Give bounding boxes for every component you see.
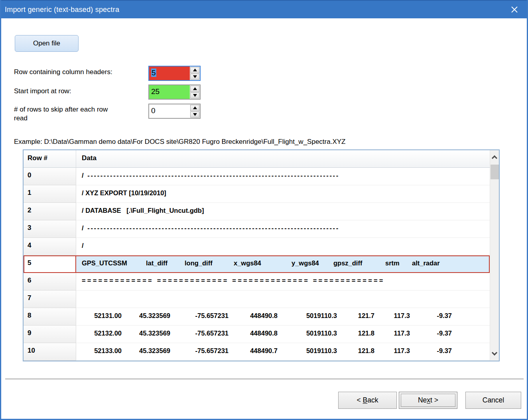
column-header-data: Data (76, 150, 490, 167)
row-number-cell: 4 (24, 238, 76, 255)
header-row-value[interactable]: 5 (149, 67, 190, 80)
example-path-text: Example: D:\Data\Gamman demo data\For DO… (14, 138, 345, 146)
skip-rows-spinbox[interactable]: 0 (148, 104, 201, 119)
row-data-cell[interactable]: / XYZ EXPORT [10/19/2010] (76, 185, 490, 203)
row-number-cell: 5 (24, 255, 76, 273)
row-number-cell: 0 (24, 168, 76, 185)
data-value-token: 45.323569 (122, 347, 170, 355)
back-label: < Back (357, 396, 378, 404)
row-number-cell: 8 (24, 308, 76, 326)
spin-up-icon (193, 87, 197, 90)
data-value-token: 121.7 (337, 312, 374, 320)
table-row[interactable]: 6============= ============= ===========… (24, 273, 490, 290)
column-name-token: gpsz_diff (333, 259, 385, 267)
table-row[interactable]: 5GPS_UTCSSMlat_difflong_diffx_wgs84y_wgs… (24, 255, 490, 273)
data-value-token: -9.37 (410, 347, 452, 355)
spin-down-button[interactable] (190, 112, 199, 118)
data-value-token: 5019110.3 (278, 347, 337, 355)
next-button[interactable]: Next > (399, 392, 457, 409)
row-data-cell[interactable]: / DATABASE [.\Full_Flight_Uncut.gdb] (76, 203, 490, 220)
header-row-spinbox[interactable]: 5 (148, 66, 201, 81)
focus-ring (401, 394, 455, 407)
data-value-token: 117.3 (374, 347, 410, 355)
row-number-cell: 6 (24, 273, 76, 290)
row-number-cell: 9 (24, 326, 76, 343)
vertical-scrollbar[interactable] (490, 150, 499, 361)
spin-up-button[interactable] (190, 86, 199, 92)
start-import-label: Start import at row: (14, 87, 138, 96)
table-row[interactable]: 1/ XYZ EXPORT [10/19/2010] (24, 185, 490, 203)
header-row-label: Row containing column headers: (14, 68, 138, 77)
start-import-value[interactable]: 25 (149, 85, 190, 99)
data-value-token: -75.657231 (170, 330, 229, 337)
cancel-button[interactable]: Cancel (465, 392, 521, 409)
column-name-token: x_wgs84 (234, 259, 292, 267)
data-value-token: 45.323569 (122, 312, 170, 320)
table-row[interactable]: 3/ -------------------------------------… (24, 220, 490, 238)
spin-down-icon (193, 75, 197, 78)
column-name-token: y_wgs84 (292, 259, 333, 267)
row-data-cell[interactable]: ============= ============= ============… (76, 273, 490, 290)
column-header-rownum: Row # (24, 150, 76, 167)
table-row[interactable]: 2/ DATABASE [.\Full_Flight_Uncut.gdb] (24, 203, 490, 220)
data-value-token: 52131.00 (82, 312, 122, 320)
cancel-label: Cancel (483, 396, 504, 404)
column-name-token: srtm (385, 259, 412, 267)
row-data-cell[interactable]: / --------------------------------------… (76, 168, 490, 185)
table-row[interactable]: 952132.0045.323569-75.657231448490.85019… (24, 326, 490, 343)
data-value-token: 117.3 (374, 330, 410, 337)
import-spectra-dialog: Import generic (text-based) spectra Open… (0, 0, 528, 420)
data-value-token: -75.657231 (170, 347, 229, 355)
table-row[interactable]: 4/ (24, 238, 490, 255)
scroll-up-button[interactable] (490, 150, 499, 164)
chevron-up-icon (492, 155, 497, 161)
table-row[interactable]: 7 (24, 290, 490, 308)
row-data-cell[interactable]: / --------------------------------------… (76, 220, 490, 238)
dialog-title: Import generic (text-based) spectra (0, 6, 119, 14)
data-value-token: 448490.8 (229, 312, 278, 320)
data-value-token: 121.8 (337, 347, 374, 355)
skip-rows-value[interactable]: 0 (149, 104, 190, 118)
scrollbar-thumb[interactable] (491, 165, 499, 179)
open-file-button[interactable]: Open file (15, 35, 79, 52)
data-value-token: 5019110.3 (278, 312, 337, 320)
row-data-cell[interactable]: GPS_UTCSSMlat_difflong_diffx_wgs84y_wgs8… (76, 255, 490, 273)
start-import-spinbox[interactable]: 25 (148, 84, 201, 100)
column-name-token: alt_radar (412, 259, 440, 267)
spin-down-button[interactable] (190, 74, 199, 80)
spin-up-button[interactable] (190, 67, 199, 73)
column-name-token: lat_diff (146, 259, 185, 267)
title-bar[interactable]: Import generic (text-based) spectra (0, 0, 528, 18)
file-preview-table: Row # Data 0/ --------------------------… (23, 149, 500, 361)
data-value-token: -75.657231 (170, 312, 229, 320)
scroll-down-button[interactable] (490, 347, 499, 361)
table-body: 0/ -------------------------------------… (24, 168, 490, 361)
close-icon[interactable] (504, 1, 525, 18)
data-value-token: 121.8 (337, 330, 374, 337)
row-number-cell: 1 (24, 185, 76, 203)
back-button[interactable]: < Back (338, 392, 397, 409)
row-data-cell[interactable]: 52132.0045.323569-75.657231448490.850191… (76, 326, 490, 343)
selected-text: 5 (151, 69, 156, 77)
bottom-separator (5, 379, 524, 380)
spin-down-icon (193, 94, 197, 97)
data-value-token: 448490.7 (229, 347, 278, 355)
row-data-cell[interactable]: 52131.0045.323569-75.657231448490.850191… (76, 308, 490, 326)
table-row[interactable]: 852131.0045.323569-75.657231448490.85019… (24, 308, 490, 326)
table-row[interactable]: 1052133.0045.323569-75.657231448490.7501… (24, 343, 490, 361)
row-number-cell: 10 (24, 343, 76, 361)
open-file-label: Open file (33, 39, 60, 47)
row-data-cell[interactable]: 52133.0045.323569-75.657231448490.750191… (76, 343, 490, 361)
row-data-cell[interactable] (76, 290, 490, 308)
table-row[interactable]: 0/ -------------------------------------… (24, 168, 490, 185)
row-number-cell: 7 (24, 290, 76, 308)
spin-up-button[interactable] (190, 105, 199, 111)
spin-down-icon (193, 113, 197, 116)
row-data-cell[interactable]: / (76, 238, 490, 255)
skip-rows-label: # of rows to skip after each row read (14, 105, 118, 123)
data-value-token: -9.37 (410, 312, 452, 320)
data-value-token: 117.3 (374, 312, 410, 320)
spin-down-button[interactable] (190, 92, 199, 99)
spin-up-icon (193, 69, 197, 71)
table-header-row: Row # Data (24, 150, 490, 168)
